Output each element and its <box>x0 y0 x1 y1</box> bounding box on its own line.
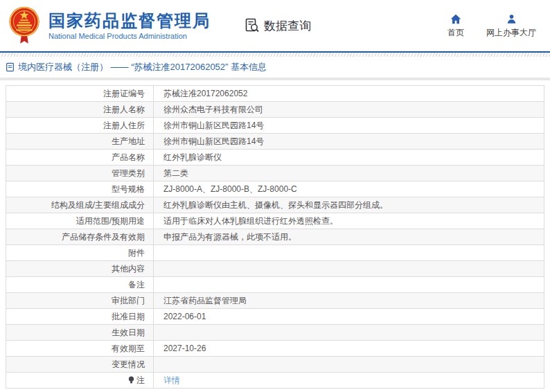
row-value: 苏械注准20172062052 <box>154 86 544 101</box>
table-row: 批准日期2022-06-01 <box>6 309 544 325</box>
row-label: 备注 <box>6 277 154 292</box>
row-value: 适用于临床对人体乳腺组织进行红外透照检查。 <box>154 213 544 229</box>
row-value <box>154 277 544 292</box>
data-query-icon <box>244 17 260 34</box>
row-label-text: 管理类别 <box>112 168 145 179</box>
row-value-text: 苏械注准20172062052 <box>163 88 247 100</box>
row-value: 徐州众杰电子科技有限公司 <box>154 102 544 117</box>
row-value: 徐州市铜山新区民园路14号 <box>154 134 544 149</box>
row-label: 注册人住所 <box>6 118 154 133</box>
document-icon <box>6 62 15 72</box>
table-row: 适用范围/预期用途适用于临床对人体乳腺组织进行红外透照检查。 <box>6 213 544 229</box>
row-label: 注册人名称 <box>6 102 154 117</box>
table-row: 审批部门江苏省药品监督管理局 <box>6 293 544 309</box>
row-value-text: 红外乳腺诊断仪 <box>163 152 222 163</box>
row-label: 审批部门 <box>6 293 154 308</box>
row-value: ZJ-8000-A、ZJ-8000-B、ZJ-8000-C <box>154 181 544 197</box>
row-value-text: 江苏省药品监督管理局 <box>163 295 247 307</box>
row-label-text: 审批部门 <box>112 295 145 307</box>
row-value: 徐州市铜山新区民园路14号 <box>154 118 544 133</box>
row-label: 附件 <box>6 245 154 260</box>
row-label-text: 注册人名称 <box>103 104 145 116</box>
row-label-text: 适用范围/预期用途 <box>76 215 145 227</box>
row-value: 2027-10-26 <box>154 341 544 356</box>
row-value: 红外乳腺诊断仪由主机、摄像机、探头和显示器四部分组成。 <box>154 197 544 213</box>
table-row: 注详情 <box>6 373 544 388</box>
row-label: 产品储存条件及有效期 <box>6 229 154 244</box>
row-value: 第二类 <box>154 166 544 181</box>
row-value-text: 徐州众杰电子科技有限公司 <box>163 104 263 116</box>
site-header: 国家药品监督管理局 National Medical Products Admi… <box>0 0 550 51</box>
row-label-text: 产品名称 <box>112 152 145 163</box>
row-label-text: 批准日期 <box>112 311 145 323</box>
row-label-text: 注册证编号 <box>103 88 145 100</box>
row-label: 管理类别 <box>6 166 154 181</box>
table-row: 注册人住所徐州市铜山新区民园路14号 <box>6 118 544 134</box>
agency-name-en: National Medical Products Administration <box>48 32 211 40</box>
table-row: 备注 <box>6 277 544 293</box>
row-label: 生产地址 <box>6 134 154 149</box>
table-row: 附件 <box>6 245 544 261</box>
national-emblem-logo <box>7 6 42 46</box>
row-value: 红外乳腺诊断仪 <box>154 150 544 165</box>
row-value-text: 2027-10-26 <box>163 344 206 353</box>
nav-home-label: 首页 <box>447 27 464 39</box>
row-value: 申报产品为有源器械，此项不适用。 <box>154 229 544 244</box>
table-row: 变更情况 <box>6 357 544 373</box>
row-value-text: 适用于临床对人体乳腺组织进行红外透照检查。 <box>163 215 338 227</box>
data-query-label: 数据查询 <box>264 18 311 34</box>
breadcrumb-text: 境内医疗器械（注册） —— “苏械注准20172062052” 基本信息 <box>18 61 267 73</box>
row-value <box>154 325 544 340</box>
row-label: 批准日期 <box>6 309 154 324</box>
row-value <box>154 261 544 276</box>
table-row: 生效日期 <box>6 325 544 341</box>
row-value: 2022-06-01 <box>154 309 544 324</box>
row-label-text: 变更情况 <box>112 359 145 371</box>
row-value <box>154 357 544 372</box>
row-label-text: 其他内容 <box>112 263 145 275</box>
row-label: 结构及组成/主要组成成分 <box>6 197 154 213</box>
note-icon <box>128 376 134 384</box>
table-row: 型号规格ZJ-8000-A、ZJ-8000-B、ZJ-8000-C <box>6 181 544 197</box>
row-value-text: 红外乳腺诊断仪由主机、摄像机、探头和显示器四部分组成。 <box>163 199 388 211</box>
row-value <box>154 245 544 260</box>
row-label: 其他内容 <box>6 261 154 276</box>
row-value-text: 申报产品为有源器械，此项不适用。 <box>163 231 296 243</box>
table-row: 有效期至2027-10-26 <box>6 341 544 357</box>
row-label-text: 注册人住所 <box>103 120 145 132</box>
row-label-text: 生效日期 <box>112 327 145 339</box>
row-value-text: 2022-06-01 <box>163 312 206 321</box>
table-row: 注册证编号苏械注准20172062052 <box>6 86 544 102</box>
table-row: 结构及组成/主要组成成分红外乳腺诊断仪由主机、摄像机、探头和显示器四部分组成。 <box>6 197 544 213</box>
row-label: 注 <box>6 373 154 388</box>
row-value: 江苏省药品监督管理局 <box>154 293 544 308</box>
nav-service-hall-label: 网上办事大厅 <box>486 27 536 39</box>
table-row: 管理类别第二类 <box>6 166 544 181</box>
row-label: 产品名称 <box>6 150 154 165</box>
row-label-text: 型号规格 <box>112 184 145 195</box>
row-label: 型号规格 <box>6 181 154 197</box>
nav-service-hall[interactable]: 网上办事大厅 <box>486 14 536 39</box>
row-label: 注册证编号 <box>6 86 154 101</box>
home-icon <box>450 14 461 24</box>
row-value-text: 徐州市铜山新区民园路14号 <box>163 136 264 148</box>
row-label-text: 附件 <box>128 247 145 259</box>
table-row: 产品名称红外乳腺诊断仪 <box>6 150 544 166</box>
row-label-text: 注 <box>136 375 145 386</box>
row-label: 生效日期 <box>6 325 154 340</box>
data-query-section[interactable]: 数据查询 <box>244 17 311 34</box>
detail-link[interactable]: 详情 <box>163 375 180 386</box>
header-nav: 首页 网上办事大厅 <box>447 14 536 39</box>
row-label-text: 产品储存条件及有效期 <box>62 231 145 243</box>
row-value-text: 徐州市铜山新区民园路14号 <box>163 120 264 132</box>
row-label: 适用范围/预期用途 <box>6 213 154 229</box>
nav-home[interactable]: 首页 <box>447 14 464 39</box>
agency-brand: 国家药品监督管理局 National Medical Products Admi… <box>48 11 211 40</box>
agency-name-cn: 国家药品监督管理局 <box>48 11 211 30</box>
table-row: 注册人名称徐州众杰电子科技有限公司 <box>6 102 544 118</box>
row-label-text: 有效期至 <box>112 343 145 355</box>
person-icon <box>506 14 517 24</box>
table-row: 其他内容 <box>6 261 544 277</box>
info-table: 注册证编号苏械注准20172062052注册人名称徐州众杰电子科技有限公司注册人… <box>6 85 544 389</box>
breadcrumb: 境内医疗器械（注册） —— “苏械注准20172062052” 基本信息 <box>0 57 550 78</box>
